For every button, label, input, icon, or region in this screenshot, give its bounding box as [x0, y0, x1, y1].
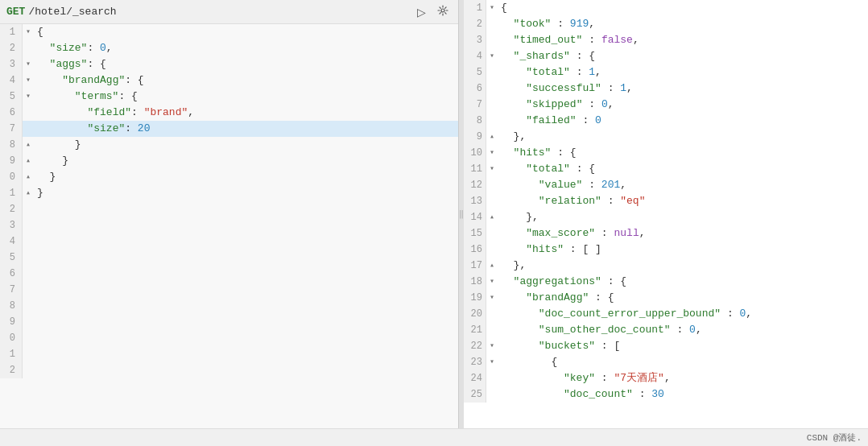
line-number: 2: [464, 16, 486, 32]
code-content: "brandAgg" : {: [498, 290, 868, 306]
fold-arrow[interactable]: ▾: [486, 338, 498, 354]
fold-arrow[interactable]: [23, 105, 34, 121]
fold-arrow[interactable]: ▾: [23, 56, 34, 72]
fold-arrow[interactable]: [486, 225, 498, 242]
fold-arrow[interactable]: ▾: [486, 0, 498, 16]
code-content: [34, 282, 458, 298]
http-method: GET: [6, 6, 25, 18]
fold-arrow[interactable]: [23, 298, 34, 314]
request-url: /hotel/_search: [28, 6, 411, 18]
fold-arrow[interactable]: [486, 386, 498, 403]
line-number: 19: [464, 290, 486, 306]
fold-arrow[interactable]: ▾: [486, 161, 498, 177]
line-number: 9: [0, 314, 23, 330]
right-code-line: 13 "relation" : "eq": [464, 193, 868, 209]
line-number: 14: [464, 209, 486, 225]
line-number: 3: [0, 56, 23, 72]
fold-arrow[interactable]: [486, 242, 498, 258]
fold-arrow[interactable]: [23, 330, 34, 346]
right-code-line: 25 "doc_count" : 30: [464, 386, 868, 403]
code-content: [34, 314, 458, 330]
fold-arrow[interactable]: ▴: [486, 258, 498, 274]
run-button[interactable]: ▷: [414, 3, 429, 20]
fold-arrow[interactable]: [486, 370, 498, 386]
line-number: 21: [464, 322, 486, 338]
fold-arrow[interactable]: [23, 121, 34, 137]
code-content: [34, 266, 458, 282]
fold-arrow[interactable]: ▴: [486, 129, 498, 145]
line-number: 25: [464, 386, 486, 403]
fold-arrow[interactable]: [23, 266, 34, 282]
fold-arrow[interactable]: [486, 81, 498, 97]
code-line: 3▾ "aggs": {: [0, 56, 458, 72]
fold-arrow[interactable]: ▾: [23, 89, 34, 105]
right-code-line: 19▾ "brandAgg" : {: [464, 290, 868, 306]
fold-arrow[interactable]: ▴: [23, 153, 34, 169]
code-content: "hits" : [ ]: [498, 242, 868, 258]
fold-arrow[interactable]: [486, 113, 498, 129]
fold-arrow[interactable]: [23, 362, 34, 378]
code-content: "failed" : 0: [498, 113, 868, 129]
code-content: "field": "brand",: [34, 105, 458, 121]
fold-arrow[interactable]: ▴: [23, 185, 34, 201]
fold-arrow[interactable]: [486, 32, 498, 48]
fold-arrow[interactable]: [23, 250, 34, 266]
code-line: 7 "size": 20: [0, 121, 458, 137]
right-code-line: 2 "took" : 919,: [464, 16, 868, 32]
right-code-area[interactable]: 1▾{2 "took" : 919,3 "timed_out" : false,…: [464, 0, 868, 428]
code-content: }: [34, 153, 458, 169]
fold-arrow[interactable]: [23, 217, 34, 233]
fold-arrow[interactable]: [486, 322, 498, 338]
right-code-line: 6 "successful" : 1,: [464, 81, 868, 97]
line-number: 22: [464, 338, 486, 354]
fold-arrow[interactable]: [23, 40, 34, 56]
code-content: [34, 201, 458, 217]
fold-arrow[interactable]: ▾: [486, 145, 498, 161]
code-line: 5: [0, 250, 458, 266]
code-line: 2 "size": 0,: [0, 40, 458, 56]
toolbar-icons: ▷: [414, 3, 452, 20]
line-number: 11: [464, 161, 486, 177]
code-content: "skipped" : 0,: [498, 97, 868, 113]
line-number: 17: [464, 258, 486, 274]
line-number: 1: [464, 0, 486, 16]
code-content: "total" : {: [498, 161, 868, 177]
fold-arrow[interactable]: [23, 346, 34, 362]
code-line: 6: [0, 266, 458, 282]
fold-arrow[interactable]: [23, 282, 34, 298]
code-content: "value" : 201,: [498, 177, 868, 193]
code-content: "aggs": {: [34, 56, 458, 72]
fold-arrow[interactable]: ▾: [23, 72, 34, 89]
line-number: 4: [0, 233, 23, 250]
code-line: 4▾ "brandAgg": {: [0, 72, 458, 89]
fold-arrow[interactable]: ▴: [23, 137, 34, 153]
fold-arrow[interactable]: ▾: [23, 24, 34, 40]
code-content: "relation" : "eq": [498, 193, 868, 209]
fold-arrow[interactable]: ▴: [486, 209, 498, 225]
fold-arrow[interactable]: [486, 306, 498, 322]
fold-arrow[interactable]: [23, 201, 34, 217]
fold-arrow[interactable]: [486, 64, 498, 81]
code-line: 1▴}: [0, 185, 458, 201]
code-content: {: [498, 354, 868, 370]
fold-arrow[interactable]: [23, 233, 34, 250]
fold-arrow[interactable]: ▴: [23, 169, 34, 185]
code-content: "_shards" : {: [498, 48, 868, 64]
code-line: 9: [0, 314, 458, 330]
settings-button[interactable]: [434, 3, 452, 20]
fold-arrow[interactable]: [486, 97, 498, 113]
fold-arrow[interactable]: [23, 314, 34, 330]
fold-arrow[interactable]: [486, 16, 498, 32]
line-number: 8: [0, 298, 23, 314]
fold-arrow[interactable]: ▾: [486, 274, 498, 290]
left-code-area[interactable]: 1▾{2 "size": 0,3▾ "aggs": {4▾ "brandAgg"…: [0, 24, 458, 428]
line-number: 6: [0, 266, 23, 282]
right-code-line: 18▾ "aggregations" : {: [464, 274, 868, 290]
fold-arrow[interactable]: ▾: [486, 290, 498, 306]
fold-arrow[interactable]: ▾: [486, 48, 498, 64]
line-number: 24: [464, 370, 486, 386]
fold-arrow[interactable]: ▾: [486, 354, 498, 370]
code-content: {: [34, 24, 458, 40]
fold-arrow[interactable]: [486, 193, 498, 209]
fold-arrow[interactable]: [486, 177, 498, 193]
